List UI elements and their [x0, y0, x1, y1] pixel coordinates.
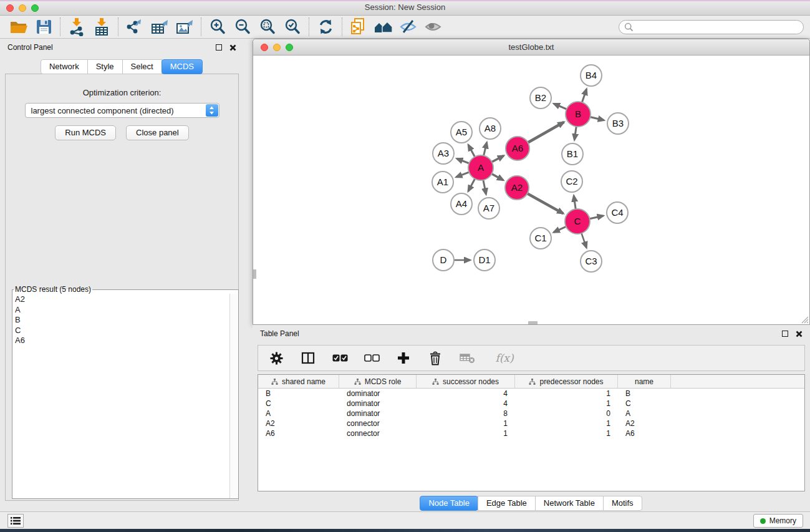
table-row[interactable]: Bdominator41B — [258, 389, 804, 399]
column-panel-button[interactable] — [300, 349, 316, 367]
close-panel-button[interactable]: Close panel — [126, 125, 189, 140]
run-mcds-button[interactable]: Run MCDS — [55, 125, 116, 140]
result-scrollbar[interactable] — [229, 294, 238, 498]
result-item[interactable]: A6 — [15, 336, 229, 346]
graph-node-D1[interactable]: D1 — [474, 249, 495, 271]
float-table-panel-button[interactable] — [782, 331, 788, 337]
function-builder-button[interactable]: f(x) — [491, 349, 518, 367]
cell-predecessor-nodes[interactable]: 1 — [515, 399, 618, 409]
network-canvas[interactable]: B4B2BB3A8A5A6A3B1AA1C2A2A4A7C4CC1C3DD1 — [253, 56, 809, 324]
delete-table-button[interactable] — [459, 349, 475, 367]
criterion-dropdown[interactable]: largest connected component (directed) — [25, 103, 219, 118]
delete-column-button[interactable] — [427, 349, 443, 367]
cell-MCDS-role[interactable]: dominator — [339, 399, 417, 409]
graph-node-A2[interactable]: A2 — [505, 176, 529, 200]
import-network-button[interactable] — [64, 17, 89, 37]
split-handle-left[interactable] — [253, 269, 256, 279]
cell-predecessor-nodes[interactable]: 0 — [515, 409, 618, 418]
resize-grip-icon[interactable] — [800, 315, 809, 324]
select-all-button[interactable] — [332, 349, 348, 367]
zoom-in-button[interactable] — [205, 17, 230, 37]
network-graph[interactable]: B4B2BB3A8A5A6A3B1AA1C2A2A4A7C4CC1C3DD1 — [253, 56, 809, 324]
add-column-button[interactable] — [395, 349, 412, 367]
cell-successor-nodes[interactable]: 1 — [417, 418, 515, 428]
graph-node-B[interactable]: B — [566, 102, 591, 127]
result-item[interactable]: A — [15, 305, 229, 316]
graph-node-A3[interactable]: A3 — [433, 143, 454, 164]
graph-node-B4[interactable]: B4 — [581, 65, 602, 86]
graph-node-A[interactable]: A — [468, 155, 493, 180]
cell-successor-nodes[interactable]: 4 — [417, 399, 515, 409]
column-header-shared-name[interactable]: shared name — [258, 375, 339, 388]
tab-node-table[interactable]: Node Table — [420, 496, 478, 511]
graph-node-B2[interactable]: B2 — [530, 87, 551, 109]
mcds-result-list[interactable]: A2ABCA6 — [12, 294, 229, 498]
open-session-button[interactable] — [6, 17, 31, 37]
graph-node-C4[interactable]: C4 — [607, 202, 628, 223]
cell-name[interactable]: A — [618, 409, 671, 418]
cell-predecessor-nodes[interactable]: 1 — [515, 418, 618, 428]
tab-edge-table[interactable]: Edge Table — [478, 496, 536, 511]
save-session-button[interactable] — [31, 17, 56, 37]
column-header-MCDS-role[interactable]: MCDS role — [339, 375, 417, 388]
import-table-button[interactable] — [89, 17, 114, 37]
graph-node-A5[interactable]: A5 — [451, 122, 472, 143]
search-field[interactable] — [619, 20, 804, 34]
tab-network-table[interactable]: Network Table — [535, 496, 604, 511]
close-table-panel-icon[interactable] — [796, 331, 803, 337]
cell-MCDS-role[interactable]: connector — [339, 418, 417, 428]
new-network-from-selection-button[interactable] — [346, 17, 371, 37]
cell-predecessor-nodes[interactable]: 1 — [515, 428, 618, 438]
result-item[interactable]: A2 — [15, 294, 229, 305]
memory-button[interactable]: Memory — [753, 514, 803, 528]
column-header-name[interactable]: name — [618, 375, 671, 388]
graph-node-A8[interactable]: A8 — [480, 118, 501, 139]
cell-MCDS-role[interactable]: dominator — [339, 389, 417, 399]
zoom-fit-button[interactable] — [255, 17, 280, 37]
tab-style[interactable]: Style — [87, 59, 123, 74]
cell-name[interactable]: C — [618, 399, 671, 409]
graph-node-C3[interactable]: C3 — [581, 251, 602, 272]
cell-shared-name[interactable]: B — [258, 389, 339, 399]
deselect-all-button[interactable] — [364, 349, 380, 367]
tab-motifs[interactable]: Motifs — [603, 496, 642, 511]
cell-name[interactable]: A2 — [618, 418, 671, 428]
zoom-selected-button[interactable] — [280, 17, 305, 37]
graph-node-B1[interactable]: B1 — [562, 143, 583, 165]
cell-name[interactable]: B — [618, 389, 671, 399]
cell-MCDS-role[interactable]: dominator — [339, 409, 417, 418]
graph-node-D[interactable]: D — [433, 249, 454, 271]
cell-predecessor-nodes[interactable]: 1 — [515, 389, 618, 399]
close-panel-icon[interactable] — [229, 44, 236, 51]
cell-MCDS-role[interactable]: connector — [339, 428, 417, 438]
refresh-layout-button[interactable] — [313, 17, 338, 37]
table-row[interactable]: A2connector11A2 — [258, 418, 804, 428]
graph-node-A6[interactable]: A6 — [506, 137, 529, 160]
tab-network[interactable]: Network — [41, 59, 88, 74]
cell-name[interactable]: A6 — [618, 428, 671, 438]
table-row[interactable]: Cdominator41C — [258, 399, 804, 409]
hide-selected-button[interactable] — [396, 17, 421, 37]
graph-node-A7[interactable]: A7 — [478, 198, 499, 219]
graph-node-B3[interactable]: B3 — [607, 113, 629, 134]
export-table-button[interactable] — [147, 17, 172, 37]
cell-successor-nodes[interactable]: 1 — [417, 428, 515, 438]
export-image-button[interactable] — [172, 17, 197, 37]
cell-successor-nodes[interactable]: 8 — [417, 409, 515, 418]
zoom-out-button[interactable] — [230, 17, 255, 37]
table-row[interactable]: A6connector11A6 — [258, 428, 804, 438]
node-table[interactable]: shared nameMCDS rolesuccessor nodesprede… — [258, 374, 805, 491]
table-settings-button[interactable] — [268, 349, 284, 367]
cell-shared-name[interactable]: A6 — [258, 428, 339, 438]
graph-node-C1[interactable]: C1 — [530, 228, 551, 249]
cell-shared-name[interactable]: A2 — [258, 418, 339, 428]
cell-shared-name[interactable]: C — [258, 399, 339, 409]
show-panels-button[interactable] — [7, 514, 24, 528]
show-all-nodes-button[interactable] — [371, 17, 396, 37]
tab-mcds[interactable]: MCDS — [162, 59, 203, 74]
export-network-button[interactable] — [122, 17, 147, 37]
table-row[interactable]: Adominator80A — [258, 409, 804, 418]
column-header-predecessor-nodes[interactable]: predecessor nodes — [515, 375, 618, 388]
network-window-titlebar[interactable]: testGlobe.txt — [253, 39, 809, 56]
float-panel-button[interactable] — [216, 44, 222, 51]
